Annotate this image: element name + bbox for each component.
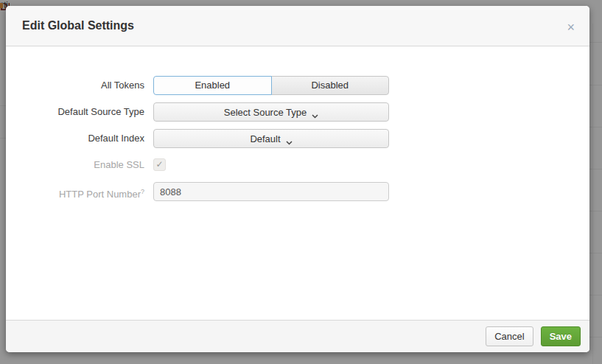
background-row-line bbox=[0, 105, 6, 106]
default-index-dropdown[interactable]: Default bbox=[153, 129, 389, 148]
background-table-row-line bbox=[589, 85, 602, 85]
default-index-row: Default Index Default bbox=[6, 129, 589, 148]
background-table-row-line bbox=[589, 127, 602, 127]
http-port-label: HTTP Port Number? bbox=[6, 182, 153, 201]
all-tokens-row: All Tokens Enabled Disabled bbox=[6, 76, 589, 95]
http-port-row: HTTP Port Number? bbox=[6, 182, 589, 201]
dialog-header: Edit Global Settings × bbox=[6, 6, 589, 46]
background-icon-fragment bbox=[0, 3, 3, 8]
background-table-row-line bbox=[589, 295, 602, 295]
check-icon: ✓ bbox=[155, 159, 163, 169]
background-table-row-line bbox=[589, 42, 602, 43]
http-port-input[interactable] bbox=[153, 182, 389, 201]
all-tokens-enabled-button[interactable]: Enabled bbox=[153, 76, 272, 95]
default-index-value: Default bbox=[250, 133, 280, 144]
background-table-row-line bbox=[589, 169, 602, 169]
help-icon: ? bbox=[141, 188, 144, 195]
cancel-button[interactable]: Cancel bbox=[486, 326, 533, 346]
http-port-label-text: HTTP Port Number bbox=[59, 189, 141, 200]
dialog-body: All Tokens Enabled Disabled Default Sour… bbox=[6, 46, 589, 320]
background-table-row-line bbox=[589, 337, 602, 337]
background-table-border bbox=[592, 24, 593, 364]
enable-ssl-checkbox[interactable]: ✓ bbox=[153, 158, 166, 171]
all-tokens-toggle: Enabled Disabled bbox=[153, 76, 389, 95]
chevron-down-icon bbox=[312, 110, 318, 114]
all-tokens-disabled-button[interactable]: Disabled bbox=[271, 76, 390, 95]
dialog-title: Edit Global Settings bbox=[22, 19, 134, 32]
edit-global-settings-dialog: Edit Global Settings × All Tokens Enable… bbox=[6, 6, 589, 352]
enable-ssl-label: Enable SSL bbox=[6, 155, 153, 175]
default-source-type-row: Default Source Type Select Source Type bbox=[6, 102, 589, 122]
enable-ssl-row: Enable SSL ✓ bbox=[6, 155, 589, 175]
all-tokens-label: All Tokens bbox=[6, 76, 153, 95]
default-index-label: Default Index bbox=[6, 129, 153, 148]
default-source-type-label: Default Source Type bbox=[6, 102, 153, 122]
save-button[interactable]: Save bbox=[541, 326, 581, 346]
background-table-row-line bbox=[589, 253, 602, 253]
dialog-footer: Cancel Save bbox=[6, 320, 589, 352]
default-source-type-value: Select Source Type bbox=[224, 107, 307, 118]
close-icon[interactable]: × bbox=[567, 18, 575, 34]
chevron-down-icon bbox=[286, 136, 293, 141]
background-table-row-line bbox=[589, 211, 602, 211]
background-row-line bbox=[0, 138, 6, 139]
default-source-type-dropdown[interactable]: Select Source Type bbox=[153, 102, 389, 122]
